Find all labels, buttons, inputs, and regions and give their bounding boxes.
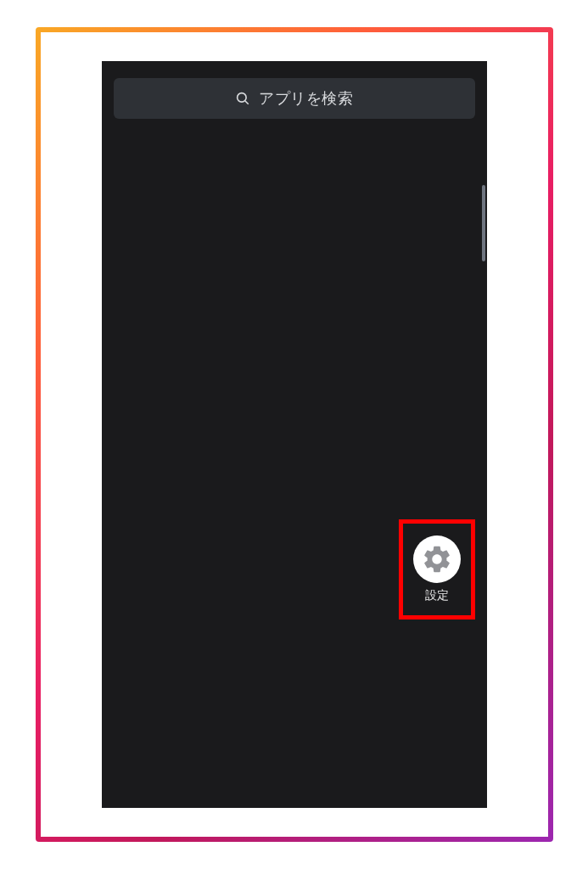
settings-app-icon[interactable] — [413, 535, 461, 583]
gear-icon — [421, 543, 453, 575]
decorative-gradient-frame: アプリを検索 設定 — [36, 27, 553, 842]
inner-white-margin: アプリを検索 設定 — [41, 32, 548, 837]
highlight-annotation: 設定 — [399, 519, 475, 620]
svg-line-1 — [245, 101, 249, 104]
search-input[interactable]: アプリを検索 — [114, 78, 475, 119]
scrollbar[interactable] — [482, 185, 485, 261]
search-placeholder-text: アプリを検索 — [259, 88, 353, 109]
phone-screen: アプリを検索 設定 — [102, 61, 487, 808]
search-icon — [235, 91, 250, 106]
svg-point-0 — [238, 93, 247, 103]
settings-app-label: 設定 — [425, 588, 449, 603]
